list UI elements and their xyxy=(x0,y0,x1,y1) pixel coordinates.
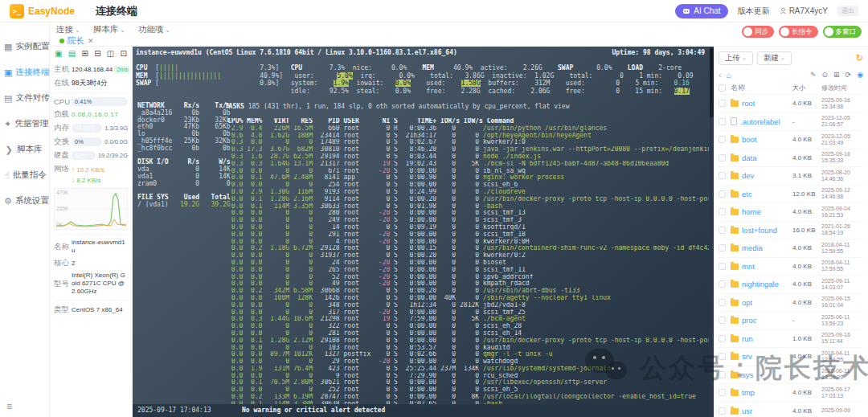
row-checkbox[interactable] xyxy=(719,317,726,324)
folder-icon xyxy=(731,173,739,179)
terminal-icon[interactable]: ▣ xyxy=(55,50,62,58)
file-name-link[interactable]: nightingale xyxy=(731,280,792,288)
close-tab-icon[interactable]: ✕ xyxy=(88,37,94,45)
edit-icon[interactable]: ✎ xyxy=(810,71,817,79)
sidebar-item-gear[interactable]: ⚙系统设置 xyxy=(0,188,49,214)
file-name-link[interactable]: tmp xyxy=(731,388,792,397)
version-update-link[interactable]: 版本更新 xyxy=(738,6,770,17)
row-checkbox[interactable] xyxy=(719,227,726,234)
split-vertical-icon[interactable]: ◫ xyxy=(107,50,114,58)
copy-icon[interactable]: ⊟ xyxy=(94,50,100,58)
file-name-link[interactable]: data xyxy=(731,153,792,162)
sidebar-item-folder[interactable]: ▤文件对传 xyxy=(0,85,49,111)
file-row[interactable]: sys-2025-06-1113:59:29 xyxy=(719,366,863,385)
file-name-link[interactable]: etc xyxy=(731,190,792,198)
row-checkbox[interactable] xyxy=(719,208,726,215)
file-row[interactable]: tmp4.0 KB2025-09-1717:03:13 xyxy=(719,384,863,403)
file-name-link[interactable]: dev xyxy=(731,171,792,180)
file-row[interactable]: boot4.0 KB2023-12-0521:03:49 xyxy=(719,131,863,149)
search-icon[interactable]: ⊙ xyxy=(822,71,829,79)
back-icon[interactable]: ‹ xyxy=(719,70,722,80)
row-checkbox[interactable] xyxy=(719,353,726,360)
toggle-多窗口[interactable]: 多窗口 xyxy=(823,26,862,38)
ai-chat-button[interactable]: AI Chat xyxy=(675,4,727,18)
row-checkbox[interactable] xyxy=(719,136,726,143)
file-row[interactable]: etc12.0 KB2025-09-1214:46:38 xyxy=(719,186,863,204)
toggle-长指令[interactable]: 长指令 xyxy=(779,26,818,38)
col-size[interactable]: 大小 xyxy=(792,84,821,92)
new-button[interactable]: 新建⌄ xyxy=(757,51,792,65)
file-row[interactable]: dev3.1 KB2025-08-2014:46:36 xyxy=(719,167,863,186)
file-row[interactable]: .autorelabel-2023-12-0521:06:57 xyxy=(719,113,863,132)
split-horizontal-icon[interactable]: ⊡ xyxy=(121,50,127,58)
upload-button[interactable]: 上传⌄ xyxy=(719,51,753,65)
file-name-link[interactable]: root xyxy=(731,99,792,108)
sidebar-item-grid[interactable]: ▦实例配置 xyxy=(0,34,49,59)
row-checkbox[interactable] xyxy=(719,299,726,306)
user-info[interactable]: RA7X4ycY xyxy=(780,6,828,15)
file-row[interactable]: data4.0 KB2025-09-1615:35:33 xyxy=(719,149,863,168)
sidebar-item-script[interactable]: ❯脚本库 xyxy=(0,137,49,162)
file-row[interactable]: run1.0 KB2025-09-1615:11:44 xyxy=(719,330,863,349)
file-row[interactable]: usr4.0 KB2025-09-09 xyxy=(719,403,863,417)
transfer-list-icon[interactable]: ↻ xyxy=(856,53,863,63)
file-name-link[interactable]: boot xyxy=(731,135,792,144)
menu-功能项[interactable]: 功能项⌄ xyxy=(138,24,170,35)
row-checkbox[interactable] xyxy=(719,371,726,378)
row-checkbox[interactable] xyxy=(719,335,726,342)
refresh-icon[interactable]: ⟳ xyxy=(845,71,852,79)
row-checkbox[interactable] xyxy=(719,389,726,396)
show-hidden-icon[interactable]: ◉ xyxy=(857,71,863,79)
sidebar-item-terminal[interactable]: ▣连接终端 xyxy=(0,59,49,85)
row-checkbox[interactable] xyxy=(719,244,726,251)
file-name-link[interactable]: proc xyxy=(731,316,792,325)
select-all-checkbox[interactable] xyxy=(719,84,726,92)
file-name-link[interactable]: .autorelabel xyxy=(731,117,792,126)
row-checkbox[interactable] xyxy=(719,100,726,107)
terminal[interactable]: instance-euwvmd1u (CentOS Linux 7.6.1810… xyxy=(133,47,714,417)
file-name-link[interactable]: media xyxy=(731,243,792,252)
home-icon[interactable]: ⌂ xyxy=(727,71,731,80)
file-row[interactable]: mnt4.0 KB2018-04-1112:59:55 xyxy=(719,258,863,276)
file-row[interactable]: opt4.0 KB2025-09-1516:01:04 xyxy=(719,294,863,313)
sidebar-item-label: 文件对传 xyxy=(15,92,49,104)
row-checkbox[interactable] xyxy=(719,154,726,161)
file-name-link[interactable]: lost+found xyxy=(731,226,792,235)
file-name-link[interactable]: mnt xyxy=(731,262,792,271)
file-name-link[interactable]: srv xyxy=(731,352,792,361)
toggle-同步[interactable]: 同步 xyxy=(742,26,774,38)
download-speed: ↓ 8.2 KB/s xyxy=(72,177,100,184)
sftp-folder-icon[interactable]: ▤ xyxy=(68,50,76,58)
file-name-link[interactable]: run xyxy=(731,334,792,343)
logout-button[interactable]: 退出 xyxy=(837,6,858,16)
row-checkbox[interactable] xyxy=(719,263,726,270)
row-checkbox[interactable] xyxy=(719,280,726,288)
file-row[interactable]: lost+found16.0 KB2021-01-2618:54:19 xyxy=(719,222,863,240)
file-name-link[interactable]: opt xyxy=(731,298,792,307)
row-checkbox[interactable] xyxy=(719,172,726,179)
input-icon[interactable]: ⊞ xyxy=(81,50,88,58)
copy-path-icon[interactable]: ⊞ xyxy=(833,71,840,79)
file-name-link[interactable]: home xyxy=(731,207,792,216)
row-checkbox[interactable] xyxy=(719,407,726,415)
swap-label: 交换 xyxy=(54,137,72,147)
col-mtime[interactable]: 修改时间 xyxy=(821,85,863,92)
file-row[interactable]: nightingale4.0 KB2025-09-1114:03:07 xyxy=(719,276,863,294)
sidebar-item-key[interactable]: ✦凭据管理 xyxy=(0,111,49,137)
col-name[interactable]: 名称 xyxy=(731,83,792,93)
session-tab[interactable]: 院长 ✕ xyxy=(56,35,97,47)
file-row[interactable]: root4.0 KB2025-09-1615:34:38 xyxy=(719,95,863,113)
file-name-link[interactable]: sys xyxy=(731,370,792,379)
file-row[interactable]: proc-2025-06-1113:59:23 xyxy=(719,312,863,330)
sidebar-item-batch[interactable]: ☝批量指令 xyxy=(0,162,49,188)
row-checkbox[interactable] xyxy=(719,118,726,125)
menu-脚本库[interactable]: 脚本库⌄ xyxy=(93,24,125,35)
file-row[interactable]: home4.0 KB2025-09-0416:21:53 xyxy=(719,203,863,222)
sidebar-collapse-icon[interactable]: ≡ xyxy=(6,401,12,412)
name-row: 名称 instance-euwvmd1u xyxy=(54,239,128,255)
file-name-link[interactable]: usr xyxy=(731,407,792,415)
file-row[interactable]: media4.0 KB2018-04-1112:59:55 xyxy=(719,239,863,258)
menu-连接[interactable]: 连接⌄ xyxy=(56,24,80,35)
file-row[interactable]: srv4.0 KB2018-04-1112:59:55 xyxy=(719,348,863,366)
row-checkbox[interactable] xyxy=(719,190,726,198)
